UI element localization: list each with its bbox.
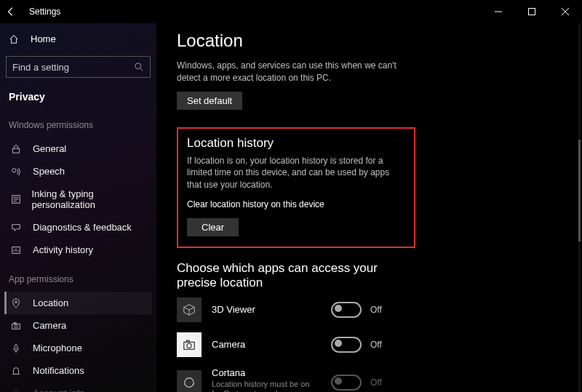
app-toggle-wrap: Off — [331, 302, 382, 318]
app-toggle-state: Off — [370, 340, 382, 350]
app-info: Camera — [212, 339, 321, 350]
svg-point-18 — [15, 324, 17, 327]
window-controls — [482, 0, 582, 23]
app-toggle — [331, 375, 362, 391]
title-bar: Settings — [0, 0, 582, 23]
inking-icon — [11, 194, 21, 204]
location-icon — [11, 298, 23, 308]
nav-notifications[interactable]: Notifications — [4, 359, 152, 382]
set-default-button[interactable]: Set default — [177, 92, 242, 110]
svg-point-25 — [185, 378, 194, 388]
nav-general[interactable]: General — [4, 137, 152, 160]
group-windows-permissions: Windows permissions — [4, 117, 152, 133]
history-title: Location history — [187, 136, 405, 151]
home-nav[interactable]: Home — [4, 29, 152, 49]
scroll-thumb[interactable] — [578, 140, 581, 241]
svg-rect-24 — [186, 340, 189, 342]
app-name: Camera — [212, 339, 321, 350]
app-icon — [177, 297, 202, 322]
nav-microphone[interactable]: Microphone — [4, 337, 152, 359]
back-icon[interactable] — [6, 7, 16, 17]
nav-diagnostics[interactable]: Diagnostics & feedback — [4, 216, 152, 239]
microphone-icon — [11, 343, 23, 353]
home-icon — [9, 34, 20, 44]
search-placeholder: Find a setting — [12, 62, 69, 73]
app-row: CameraOff — [177, 332, 582, 357]
nav-label: Diagnostics & feedback — [33, 222, 132, 233]
search-input[interactable]: Find a setting — [6, 56, 151, 78]
history-clear-label: Clear location history on this device — [187, 199, 405, 211]
search-icon — [134, 62, 144, 72]
svg-line-5 — [140, 68, 143, 71]
minimize-button[interactable] — [482, 0, 515, 23]
maximize-button[interactable] — [515, 0, 549, 23]
content-scrollbar[interactable] — [578, 23, 581, 392]
nav-label: Speech — [33, 166, 65, 177]
nav-speech[interactable]: Speech — [4, 160, 152, 183]
page-title: Location — [177, 31, 582, 51]
content-pane: Location Windows, apps, and services can… — [156, 23, 582, 392]
apps-section-title: Choose which apps can access your precis… — [177, 261, 395, 290]
nav-label: Microphone — [33, 343, 82, 353]
home-label: Home — [31, 33, 56, 44]
nav-camera[interactable]: Camera — [4, 314, 152, 337]
svg-point-21 — [14, 389, 17, 392]
app-row: CortanaLocation history must be on for C… — [177, 367, 582, 392]
nav-activity[interactable]: Activity history — [4, 239, 152, 261]
app-toggle[interactable] — [331, 337, 362, 353]
svg-rect-1 — [529, 9, 535, 15]
camera-icon — [11, 321, 23, 331]
window-title: Settings — [29, 7, 60, 17]
group-app-permissions: App permissions — [4, 271, 152, 287]
nav-label: Inking & typing personalization — [31, 188, 148, 210]
nav-overflow[interactable]: Account info — [4, 382, 152, 392]
app-toggle-wrap: Off — [331, 337, 382, 353]
app-toggle-state: Off — [370, 305, 382, 315]
svg-rect-20 — [15, 344, 17, 348]
app-toggle-state: Off — [370, 377, 382, 388]
svg-rect-19 — [14, 322, 16, 324]
activity-icon — [11, 245, 23, 255]
svg-rect-6 — [13, 148, 20, 153]
nav-label: Account info — [33, 388, 85, 392]
nav-label: Camera — [33, 320, 66, 331]
svg-point-4 — [135, 63, 141, 69]
history-desc: If location is on, your location history… — [187, 155, 405, 191]
nav-label: General — [33, 143, 66, 154]
clear-button[interactable]: Clear — [187, 218, 239, 236]
close-button[interactable] — [549, 0, 582, 23]
account-icon — [11, 388, 23, 393]
lock-icon — [11, 144, 23, 154]
nav-label: Activity history — [33, 244, 93, 255]
feedback-icon — [11, 223, 23, 233]
app-toggle[interactable] — [331, 302, 362, 318]
nav-location[interactable]: Location — [4, 292, 152, 314]
speech-icon — [11, 167, 23, 177]
svg-point-23 — [187, 343, 191, 348]
app-icon — [177, 370, 202, 392]
app-info: 3D Viewer — [212, 304, 321, 315]
sidebar: Home Find a setting Privacy Windows perm… — [0, 23, 156, 392]
nav-inking[interactable]: Inking & typing personalization — [4, 183, 152, 216]
apps-list: 3D ViewerOffCameraOffCortanaLocation his… — [177, 297, 582, 392]
nav-label: Notifications — [33, 365, 84, 376]
svg-point-16 — [15, 300, 17, 303]
category-title: Privacy — [4, 88, 152, 105]
intro-text: Windows, apps, and services can use this… — [177, 60, 410, 84]
app-row: 3D ViewerOff — [177, 297, 582, 322]
svg-rect-17 — [12, 324, 20, 329]
location-history-panel: Location history If location is on, your… — [177, 127, 415, 248]
app-toggle-wrap: Off — [331, 375, 382, 391]
nav-label: Location — [33, 297, 68, 308]
svg-point-7 — [12, 168, 16, 172]
app-note: Location history must be on for Cortana … — [212, 380, 314, 392]
app-info: CortanaLocation history must be on for C… — [212, 367, 321, 392]
app-name: Cortana — [212, 367, 321, 378]
notifications-icon — [11, 366, 23, 376]
app-icon — [177, 332, 202, 357]
app-name: 3D Viewer — [212, 304, 321, 315]
